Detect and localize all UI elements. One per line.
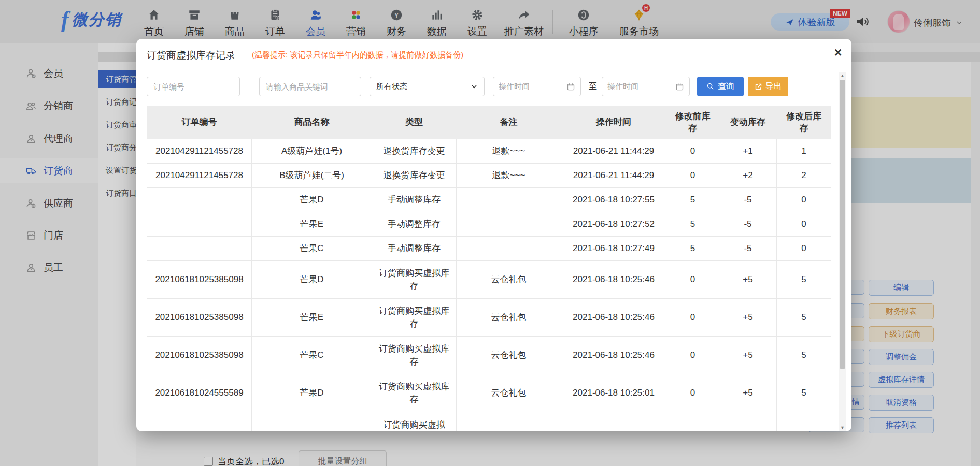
table-cell [457, 412, 561, 432]
table-cell: 退款~~~ [457, 164, 561, 188]
table-cell: 5 [777, 261, 831, 299]
table-cell: 芒果D [252, 188, 372, 212]
table-cell: 芒果D [252, 261, 372, 299]
table-cell: -5 [719, 212, 777, 237]
export-label: 导出 [765, 81, 782, 92]
status-select-value: 所有状态 [376, 82, 407, 92]
modal-header: 订货商虚拟库存记录 (温馨提示: 该记录只保留半年内的数据，请提前做好数据备份)… [136, 39, 851, 69]
scrollbar-thumb[interactable] [840, 80, 845, 369]
table-row: 芒果C手动调整库存2021-06-18 10:27:495-50 [147, 237, 831, 261]
table-cell: 5 [666, 188, 719, 212]
table-cell: 2 [777, 164, 831, 188]
close-icon[interactable]: × [830, 44, 846, 61]
table-cell: 5 [666, 237, 719, 261]
table-cell [457, 188, 561, 212]
table-cell [147, 412, 252, 432]
table-cell [457, 237, 561, 261]
table-cell: 0 [666, 299, 719, 337]
table-cell: 202106181025385098 [147, 261, 252, 299]
table-cell: 2021-06-21 11:44:29 [561, 139, 666, 164]
date-range-to-label: 至 [585, 77, 601, 96]
table-cell: 2021-06-18 10:25:01 [561, 374, 666, 412]
screen: f 微分销 首页 店铺 商品 订单 会员 营销¥ 财务 数据 [0, 0, 980, 466]
date-to-input[interactable]: 操作时间 [602, 77, 690, 96]
table-cell: 0 [777, 212, 831, 237]
table-cell: 订货商购买虚拟 [372, 412, 457, 432]
table-cell: 1 [777, 139, 831, 164]
table-cell: 0 [666, 139, 719, 164]
table-cell: 2021-06-18 10:25:46 [561, 299, 666, 337]
table-cell: 5 [777, 374, 831, 412]
table-cell: -5 [719, 188, 777, 212]
table-cell: A级葫芦娃(1号) [252, 139, 372, 164]
order-no-input-wrap [147, 77, 240, 96]
table-cell: B级葫芦娃(二号) [252, 164, 372, 188]
table-row: 202104291121455728B级葫芦娃(二号)退换货库存变更退款~~~2… [147, 164, 831, 188]
table-cell: 5 [666, 212, 719, 237]
stock-record-table: 订单编号商品名称类型备注操作时间修改前库存变动库存修改后库存 202104291… [147, 106, 831, 431]
table-header-row: 订单编号商品名称类型备注操作时间修改前库存变动库存修改后库存 [147, 106, 831, 139]
table-cell [666, 412, 719, 432]
table-cell: 2021-06-18 10:27:55 [561, 188, 666, 212]
table-row: 202106181025385098芒果D订货商购买虚拟库存云仓礼包2021-0… [147, 261, 831, 299]
chevron-down-icon [471, 83, 478, 90]
table-cell: 0 [666, 164, 719, 188]
table-cell: 云仓礼包 [457, 374, 561, 412]
table-row: 202104291121455728A级葫芦娃(1号)退换货库存变更退款~~~2… [147, 139, 831, 164]
date-from-placeholder: 操作时间 [499, 82, 530, 92]
calendar-icon [675, 82, 684, 91]
table-header-cell: 类型 [372, 106, 457, 139]
table-cell: 5 [777, 299, 831, 337]
table-header-cell: 操作时间 [561, 106, 666, 139]
table-row: 202106181025385098芒果C订货商购买虚拟库存云仓礼包2021-0… [147, 337, 831, 374]
table-cell: 云仓礼包 [457, 261, 561, 299]
table-header-cell: 修改后库存 [777, 106, 831, 139]
search-button[interactable]: 查询 [697, 77, 744, 96]
table-cell: 订货商购买虚拟库存 [372, 337, 457, 374]
table-cell: 芒果C [252, 337, 372, 374]
table-header-cell: 备注 [457, 106, 561, 139]
table-header-cell: 修改前库存 [666, 106, 719, 139]
scroll-up-arrow-icon[interactable]: ▲ [839, 73, 846, 78]
table-cell: 0 [666, 261, 719, 299]
table-cell [147, 188, 252, 212]
table-cell: 订货商购买虚拟库存 [372, 299, 457, 337]
table-cell: +5 [719, 374, 777, 412]
search-icon [706, 82, 715, 91]
table-cell [252, 412, 372, 432]
table-cell: 202106181024555589 [147, 374, 252, 412]
table-cell: 退换货库存变更 [372, 164, 457, 188]
modal-scrollbar[interactable]: ▲ ▼ [839, 72, 846, 431]
table-cell: +5 [719, 261, 777, 299]
table-cell: 芒果E [252, 212, 372, 237]
table-cell: -5 [719, 237, 777, 261]
table-cell: +5 [719, 337, 777, 374]
table-cell: 订货商购买虚拟库存 [372, 261, 457, 299]
table-row: 202106181024555589芒果D订货商购买虚拟库存云仓礼包2021-0… [147, 374, 831, 412]
modal-title: 订货商虚拟库存记录 [147, 49, 235, 62]
table-cell: 芒果D [252, 374, 372, 412]
table-row: 202106181025385098芒果E订货商购买虚拟库存云仓礼包2021-0… [147, 299, 831, 337]
table-row: 芒果D手动调整库存2021-06-18 10:27:555-50 [147, 188, 831, 212]
table-cell: 退款~~~ [457, 139, 561, 164]
scroll-down-arrow-icon[interactable]: ▼ [839, 425, 846, 430]
table-cell: 202104291121455728 [147, 164, 252, 188]
keyword-input[interactable] [260, 82, 361, 91]
modal-warning-text: (温馨提示: 该记录只保留半年内的数据，请提前做好数据备份) [252, 50, 463, 60]
table-cell: 2021-06-21 11:44:29 [561, 164, 666, 188]
table-cell: 0 [777, 237, 831, 261]
table-cell: +1 [719, 139, 777, 164]
table-cell: 手动调整库存 [372, 212, 457, 237]
export-button[interactable]: 导出 [748, 77, 788, 96]
order-no-input[interactable] [147, 82, 239, 91]
export-icon [755, 83, 762, 91]
date-from-input[interactable]: 操作时间 [493, 77, 581, 96]
table-header-cell: 订单编号 [147, 106, 252, 139]
table-cell: 云仓礼包 [457, 299, 561, 337]
table-cell: 202106181025385098 [147, 299, 252, 337]
table-cell: 退换货库存变更 [372, 139, 457, 164]
status-select[interactable]: 所有状态 [370, 77, 485, 96]
table-cell: 芒果E [252, 299, 372, 337]
table-cell: 0 [666, 374, 719, 412]
table-cell [561, 412, 666, 432]
